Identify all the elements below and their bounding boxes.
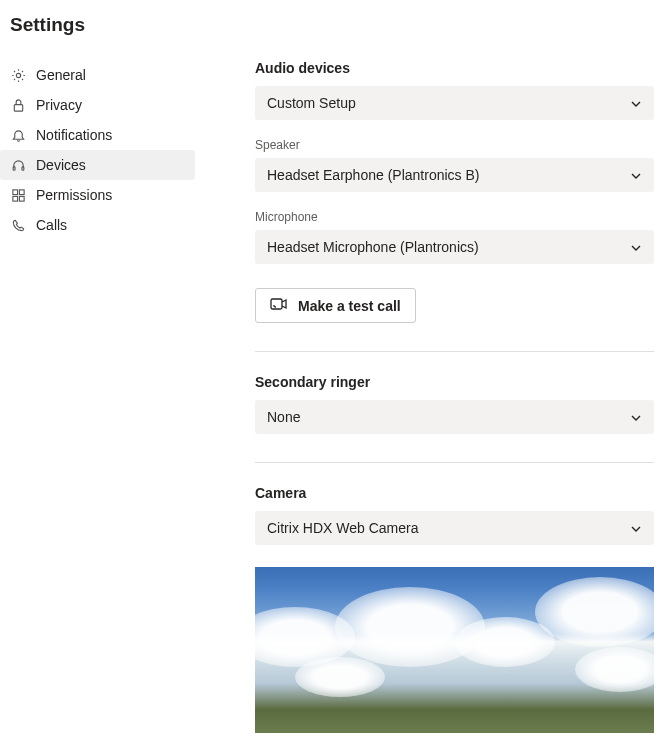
chevron-down-icon bbox=[630, 522, 642, 534]
svg-rect-3 bbox=[21, 166, 23, 169]
audio-devices-label: Audio devices bbox=[255, 60, 654, 76]
lock-icon bbox=[10, 97, 26, 113]
sidebar-item-notifications[interactable]: Notifications bbox=[0, 120, 195, 150]
sidebar-item-permissions[interactable]: Permissions bbox=[0, 180, 195, 210]
svg-rect-5 bbox=[19, 189, 24, 194]
page-title: Settings bbox=[10, 14, 654, 36]
sidebar-item-devices[interactable]: Devices bbox=[0, 150, 195, 180]
sidebar-item-label: Devices bbox=[36, 157, 86, 173]
sidebar-item-label: Privacy bbox=[36, 97, 82, 113]
headphones-icon bbox=[10, 157, 26, 173]
sidebar-item-label: Notifications bbox=[36, 127, 112, 143]
secondary-ringer-select[interactable]: None bbox=[255, 400, 654, 434]
chevron-down-icon bbox=[630, 169, 642, 181]
sidebar-item-label: Permissions bbox=[36, 187, 112, 203]
section-divider bbox=[255, 462, 654, 463]
button-label: Make a test call bbox=[298, 298, 401, 314]
select-value: Headset Microphone (Plantronics) bbox=[267, 239, 479, 255]
settings-sidebar: General Privacy Notifications Devices bbox=[0, 54, 195, 746]
apps-icon bbox=[10, 187, 26, 203]
speaker-select[interactable]: Headset Earphone (Plantronics B) bbox=[255, 158, 654, 192]
sidebar-item-privacy[interactable]: Privacy bbox=[0, 90, 195, 120]
svg-rect-2 bbox=[13, 166, 15, 169]
svg-rect-1 bbox=[14, 104, 22, 111]
svg-rect-4 bbox=[12, 189, 17, 194]
bell-icon bbox=[10, 127, 26, 143]
camera-preview bbox=[255, 567, 654, 733]
chevron-down-icon bbox=[630, 241, 642, 253]
secondary-ringer-label: Secondary ringer bbox=[255, 374, 654, 390]
camera-label: Camera bbox=[255, 485, 654, 501]
sidebar-item-calls[interactable]: Calls bbox=[0, 210, 195, 240]
phone-icon bbox=[10, 217, 26, 233]
make-test-call-button[interactable]: Make a test call bbox=[255, 288, 416, 323]
chevron-down-icon bbox=[630, 411, 642, 423]
select-value: Headset Earphone (Plantronics B) bbox=[267, 167, 479, 183]
sidebar-item-label: Calls bbox=[36, 217, 67, 233]
audio-setup-select[interactable]: Custom Setup bbox=[255, 86, 654, 120]
speaker-label: Speaker bbox=[255, 138, 654, 152]
section-divider bbox=[255, 351, 654, 352]
microphone-select[interactable]: Headset Microphone (Plantronics) bbox=[255, 230, 654, 264]
sidebar-item-general[interactable]: General bbox=[0, 60, 195, 90]
svg-rect-7 bbox=[19, 196, 24, 201]
svg-rect-8 bbox=[271, 299, 282, 309]
select-value: Custom Setup bbox=[267, 95, 356, 111]
sidebar-item-label: General bbox=[36, 67, 86, 83]
chevron-down-icon bbox=[630, 97, 642, 109]
settings-main-panel: Audio devices Custom Setup Speaker Heads… bbox=[195, 54, 664, 746]
select-value: Citrix HDX Web Camera bbox=[267, 520, 418, 536]
select-value: None bbox=[267, 409, 300, 425]
gear-icon bbox=[10, 67, 26, 83]
microphone-label: Microphone bbox=[255, 210, 654, 224]
test-call-icon bbox=[270, 297, 288, 314]
svg-rect-6 bbox=[12, 196, 17, 201]
camera-select[interactable]: Citrix HDX Web Camera bbox=[255, 511, 654, 545]
svg-point-0 bbox=[16, 73, 20, 77]
settings-header: Settings bbox=[0, 0, 664, 54]
